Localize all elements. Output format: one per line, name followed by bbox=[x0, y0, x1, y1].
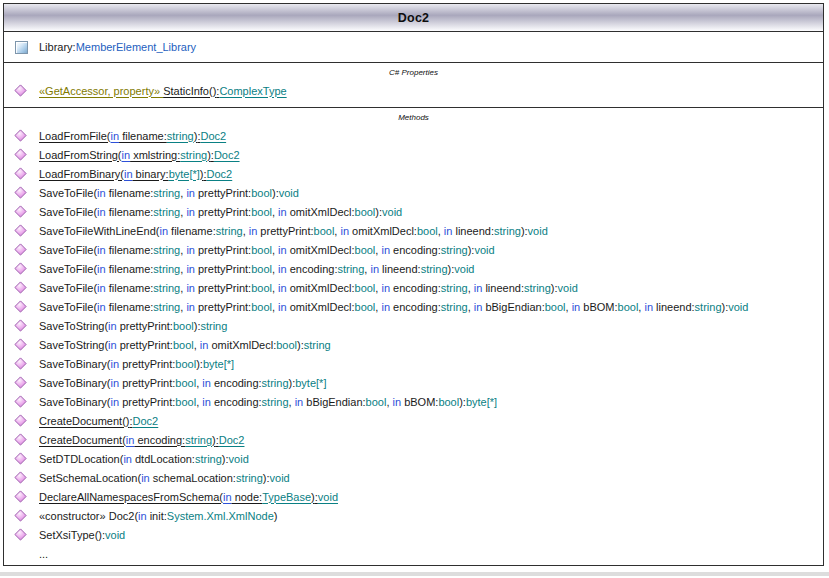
member-row[interactable]: SaveToString(in prettyPrint:bool, in omi… bbox=[4, 335, 823, 354]
member-diamond-icon bbox=[14, 300, 27, 313]
member-diamond-icon bbox=[14, 395, 27, 408]
member-row[interactable]: DeclareAllNamespacesFromSchema(in node:T… bbox=[4, 487, 823, 506]
canvas-edge bbox=[0, 572, 829, 576]
properties-rows: «GetAccessor, property» StaticInfo():Com… bbox=[4, 81, 823, 100]
member-row[interactable]: SaveToFile(in filename:string, in pretty… bbox=[4, 240, 823, 259]
member-diamond-icon bbox=[14, 433, 27, 446]
member-signature: SaveToString(in prettyPrint:bool):string bbox=[39, 320, 227, 332]
member-diamond-icon bbox=[14, 205, 27, 218]
member-row[interactable]: SetDTDLocation(in dtdLocation:string):vo… bbox=[4, 449, 823, 468]
library-label: Library: bbox=[39, 41, 76, 53]
member-diamond-icon bbox=[14, 148, 27, 161]
member-diamond-icon bbox=[14, 357, 27, 370]
member-diamond-icon bbox=[14, 376, 27, 389]
member-diamond-icon bbox=[14, 262, 27, 275]
member-diamond-icon bbox=[14, 167, 27, 180]
member-row[interactable]: SaveToFile(in filename:string, in pretty… bbox=[4, 202, 823, 221]
class-title: Doc2 bbox=[398, 11, 429, 25]
member-row[interactable]: SetSchemaLocation(in schemaLocation:stri… bbox=[4, 468, 823, 487]
member-diamond-icon bbox=[14, 338, 27, 351]
library-text: Library:MemberElement_Library bbox=[39, 41, 196, 53]
member-row[interactable]: SaveToFile(in filename:string, in pretty… bbox=[4, 183, 823, 202]
member-signature: SetSchemaLocation(in schemaLocation:stri… bbox=[39, 472, 290, 484]
member-signature: «constructor» Doc2(in init:System.Xml.Xm… bbox=[39, 510, 277, 522]
member-signature: SaveToFile(in filename:string, in pretty… bbox=[39, 206, 402, 218]
member-row[interactable]: LoadFromBinary(in binary:byte[*]):Doc2 bbox=[4, 164, 823, 183]
properties-section-header: C# Properties bbox=[4, 63, 823, 81]
member-diamond-icon bbox=[14, 84, 27, 97]
member-diamond-icon bbox=[14, 528, 27, 541]
member-signature: SaveToString(in prettyPrint:bool, in omi… bbox=[39, 339, 331, 351]
member-diamond-icon bbox=[14, 471, 27, 484]
member-signature: SaveToFileWithLineEnd(in filename:string… bbox=[39, 225, 548, 237]
member-signature: SaveToFile(in filename:string, in pretty… bbox=[39, 244, 495, 256]
member-row[interactable]: CreateDocument():Doc2 bbox=[4, 411, 823, 430]
member-signature: SaveToFile(in filename:string, in pretty… bbox=[39, 263, 474, 275]
member-signature: LoadFromString(in xmlstring:string):Doc2 bbox=[39, 149, 240, 161]
member-diamond-icon bbox=[14, 224, 27, 237]
member-signature: «GetAccessor, property» StaticInfo():Com… bbox=[39, 85, 287, 97]
uml-class-box: Doc2 Library:MemberElement_Library C# Pr… bbox=[3, 3, 824, 566]
package-icon bbox=[15, 41, 28, 54]
member-diamond-icon bbox=[14, 243, 27, 256]
member-signature: SaveToFile(in filename:string, in pretty… bbox=[39, 282, 578, 294]
more-members-indicator[interactable]: ... bbox=[4, 544, 823, 563]
library-reference: MemberElement_Library bbox=[76, 41, 196, 53]
member-row[interactable]: SaveToBinary(in prettyPrint:bool, in enc… bbox=[4, 373, 823, 392]
library-row[interactable]: Library:MemberElement_Library bbox=[4, 32, 823, 63]
member-signature: SaveToBinary(in prettyPrint:bool):byte[*… bbox=[39, 358, 234, 370]
constructor-row[interactable]: «constructor» Doc2(in init:System.Xml.Xm… bbox=[4, 506, 823, 525]
member-diamond-icon bbox=[14, 129, 27, 142]
member-row[interactable]: SaveToString(in prettyPrint:bool):string bbox=[4, 316, 823, 335]
member-row[interactable]: SetXsiType():void bbox=[4, 525, 823, 544]
member-diamond-icon bbox=[14, 186, 27, 199]
member-row[interactable]: LoadFromString(in xmlstring:string):Doc2 bbox=[4, 145, 823, 164]
member-row[interactable]: «GetAccessor, property» StaticInfo():Com… bbox=[4, 81, 823, 100]
member-signature: CreateDocument(in encoding:string):Doc2 bbox=[39, 434, 244, 446]
member-row[interactable]: CreateDocument(in encoding:string):Doc2 bbox=[4, 430, 823, 449]
methods-rows: LoadFromFile(in filename:string):Doc2Loa… bbox=[4, 126, 823, 544]
methods-section: Methods LoadFromFile(in filename:string)… bbox=[4, 108, 823, 565]
member-signature: SetXsiType():void bbox=[39, 529, 125, 541]
properties-section: C# Properties «GetAccessor, property» St… bbox=[4, 63, 823, 108]
member-row[interactable]: SaveToBinary(in prettyPrint:bool, in enc… bbox=[4, 392, 823, 411]
member-signature: SaveToFile(in filename:string, in pretty… bbox=[39, 187, 299, 199]
member-signature: SaveToBinary(in prettyPrint:bool, in enc… bbox=[39, 396, 497, 408]
member-signature: LoadFromFile(in filename:string):Doc2 bbox=[39, 130, 226, 142]
member-signature: SaveToBinary(in prettyPrint:bool, in enc… bbox=[39, 377, 326, 389]
member-row[interactable]: SaveToFileWithLineEnd(in filename:string… bbox=[4, 221, 823, 240]
member-row[interactable]: SaveToFile(in filename:string, in pretty… bbox=[4, 259, 823, 278]
member-diamond-icon bbox=[14, 281, 27, 294]
member-signature: LoadFromBinary(in binary:byte[*]):Doc2 bbox=[39, 168, 232, 180]
member-signature: SaveToFile(in filename:string, in pretty… bbox=[39, 301, 748, 313]
member-signature: CreateDocument():Doc2 bbox=[39, 415, 158, 427]
member-diamond-icon bbox=[14, 509, 27, 522]
member-diamond-icon bbox=[14, 490, 27, 503]
methods-section-header: Methods bbox=[4, 108, 823, 126]
member-row[interactable]: LoadFromFile(in filename:string):Doc2 bbox=[4, 126, 823, 145]
member-row[interactable]: SaveToFile(in filename:string, in pretty… bbox=[4, 297, 823, 316]
class-header[interactable]: Doc2 bbox=[4, 4, 823, 32]
member-diamond-icon bbox=[14, 319, 27, 332]
member-row[interactable]: SaveToBinary(in prettyPrint:bool):byte[*… bbox=[4, 354, 823, 373]
member-diamond-icon bbox=[14, 414, 27, 427]
member-signature: SetDTDLocation(in dtdLocation:string):vo… bbox=[39, 453, 249, 465]
member-signature: DeclareAllNamespacesFromSchema(in node:T… bbox=[39, 491, 338, 503]
member-row[interactable]: SaveToFile(in filename:string, in pretty… bbox=[4, 278, 823, 297]
member-diamond-icon bbox=[14, 452, 27, 465]
